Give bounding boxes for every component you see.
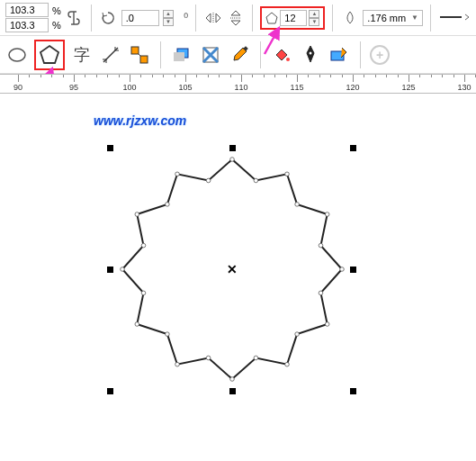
scale-y-input[interactable]: 103.3: [5, 18, 49, 32]
text-tool[interactable]: 字: [70, 43, 94, 67]
svg-point-15: [310, 51, 312, 54]
outline-width-select[interactable]: .176mm ▼: [363, 10, 423, 26]
svg-point-21: [254, 178, 258, 183]
ellipse-tool[interactable]: [5, 43, 29, 67]
selection-handle[interactable]: [107, 145, 113, 151]
svg-point-39: [141, 243, 146, 248]
ruler-label: 125: [401, 83, 415, 92]
outline-pen-tool[interactable]: [299, 43, 322, 67]
ruler-label: 95: [69, 83, 78, 92]
fill-tool[interactable]: [270, 43, 293, 67]
mirror-h-button[interactable]: [203, 8, 222, 28]
connector-tool[interactable]: [128, 43, 151, 67]
pentagon-icon: [265, 12, 278, 24]
svg-point-38: [121, 267, 125, 272]
svg-point-34: [175, 362, 180, 366]
svg-marker-2: [266, 13, 277, 23]
star-polygon-shape[interactable]: [0, 94, 476, 461]
svg-point-20: [230, 158, 235, 162]
svg-point-4: [9, 49, 25, 61]
mirror-v-button[interactable]: [226, 8, 245, 28]
svg-point-22: [285, 172, 290, 176]
rotate-icon: [99, 8, 118, 28]
polygon-tool-highlight[interactable]: [34, 40, 65, 70]
svg-point-31: [254, 356, 258, 360]
svg-rect-11: [174, 52, 184, 61]
selection-handle[interactable]: [350, 145, 356, 151]
svg-point-37: [141, 291, 146, 295]
ruler-label: 90: [13, 83, 22, 92]
svg-line-6: [103, 48, 118, 62]
svg-rect-8: [140, 56, 148, 63]
svg-point-30: [285, 362, 290, 366]
selection-center: ✕: [227, 262, 238, 276]
degree-label: ⁰: [184, 11, 188, 24]
svg-point-24: [325, 212, 329, 217]
svg-point-32: [230, 377, 235, 382]
scale-x-input[interactable]: 103.3: [5, 3, 49, 17]
svg-point-36: [135, 322, 139, 327]
ruler-label: 100: [122, 83, 136, 92]
svg-rect-7: [131, 47, 139, 54]
sides-input[interactable]: 12: [280, 10, 307, 26]
tool-row: 字 +: [0, 36, 476, 74]
dimension-tool[interactable]: [99, 43, 122, 67]
horizontal-ruler: 9095100105110115120125130: [0, 74, 476, 94]
ruler-label: 110: [234, 83, 247, 92]
canvas-area[interactable]: www.rjzxw.com ✕: [0, 94, 476, 461]
shadow-tool[interactable]: [170, 43, 193, 67]
rotation-spinner[interactable]: ▲▼: [163, 10, 173, 26]
add-button[interactable]: +: [370, 45, 390, 65]
lock-ratio-button[interactable]: [65, 8, 84, 28]
ruler-label: 115: [290, 83, 303, 92]
svg-point-14: [286, 58, 290, 61]
svg-point-23: [295, 203, 300, 207]
selection-handle[interactable]: [107, 388, 113, 394]
svg-point-35: [166, 332, 170, 337]
svg-point-28: [325, 322, 329, 327]
property-bar: 103.3 103.3 % % .0 ▲▼ ⁰ 12 ▲▼ .176mm ▼: [0, 0, 476, 36]
selection-handle[interactable]: [107, 267, 113, 273]
line-style-button[interactable]: [438, 12, 471, 24]
svg-point-25: [319, 243, 323, 248]
scale-unit: % %: [52, 5, 61, 31]
svg-point-41: [166, 203, 170, 207]
sides-spinner[interactable]: ▲▼: [309, 10, 319, 26]
ruler-label: 120: [346, 83, 359, 92]
selection-handle[interactable]: [229, 388, 236, 394]
svg-point-29: [295, 332, 300, 337]
svg-point-42: [175, 172, 180, 176]
scale-inputs: 103.3 103.3: [5, 3, 49, 32]
sides-group-highlight: 12 ▲▼: [260, 6, 325, 30]
svg-point-26: [340, 267, 345, 272]
svg-marker-5: [40, 46, 58, 63]
svg-point-40: [135, 212, 139, 217]
transparency-tool[interactable]: [199, 43, 222, 67]
eyedropper-tool[interactable]: [228, 43, 251, 67]
outline-width-icon: [340, 8, 359, 28]
rotation-input[interactable]: .0: [121, 10, 159, 26]
selection-handle[interactable]: [350, 267, 356, 273]
selection-handle[interactable]: [229, 145, 236, 151]
selection-handle[interactable]: [350, 388, 356, 394]
edit-fill-tool[interactable]: [328, 43, 351, 67]
svg-point-33: [206, 356, 211, 360]
ruler-label: 105: [178, 83, 192, 92]
svg-point-27: [319, 291, 323, 295]
ruler-label: 130: [457, 83, 471, 92]
svg-line-9: [139, 54, 140, 56]
svg-point-43: [206, 178, 211, 183]
